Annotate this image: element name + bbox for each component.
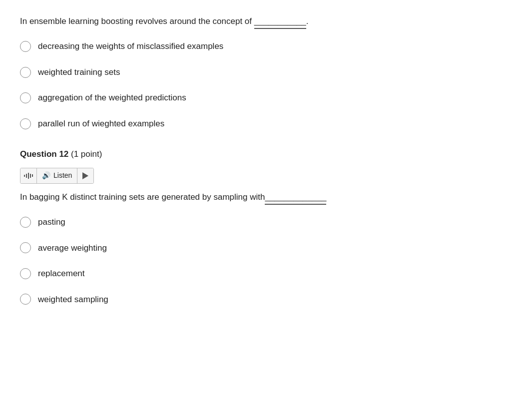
question-11-prompt: In ensemble learning boosting revolves a… [20, 16, 254, 26]
list-item[interactable]: replacement [20, 267, 509, 280]
listen-bar[interactable]: 🔊 Listen [20, 168, 94, 184]
line-4 [30, 174, 31, 178]
question-12-points: (1 point) [68, 149, 102, 159]
list-item[interactable]: pasting [20, 216, 509, 229]
line-3 [28, 173, 29, 179]
play-triangle-icon [82, 172, 88, 179]
option-label: weighted training sets [38, 66, 120, 79]
lines-icon [20, 168, 37, 183]
question-12-prompt: In bagging K distinct training sets are … [20, 192, 265, 202]
list-item[interactable]: decreasing the weights of misclassified … [20, 40, 509, 53]
option-label: decreasing the weights of misclassified … [38, 40, 223, 53]
question-12-text: In bagging K distinct training sets are … [20, 191, 509, 205]
question-12-options: pasting average weighting replacement we… [20, 216, 509, 306]
question-11-options: decreasing the weights of misclassified … [20, 40, 509, 130]
option-label: weighted sampling [38, 293, 108, 306]
option-label: replacement [38, 267, 85, 280]
radio-button[interactable] [20, 242, 31, 253]
line-1 [24, 175, 25, 177]
question-11-block: In ensemble learning boosting revolves a… [20, 15, 509, 130]
question-11-blank: ___________ [254, 15, 306, 29]
question-12-header: Question 12 (1 point) [20, 148, 509, 161]
line-2 [26, 174, 27, 178]
line-5 [32, 174, 33, 177]
option-label: pasting [38, 216, 65, 229]
list-item[interactable]: average weighting [20, 242, 509, 255]
listen-button[interactable]: 🔊 Listen [37, 168, 77, 183]
radio-button[interactable] [20, 268, 31, 279]
question-11-text: In ensemble learning boosting revolves a… [20, 15, 509, 29]
listen-label: Listen [53, 170, 72, 181]
list-item[interactable]: aggregation of the weighted predictions [20, 91, 509, 104]
speaker-icon: 🔊 [42, 170, 50, 181]
radio-button[interactable] [20, 92, 31, 103]
question-12-block: Question 12 (1 point) 🔊 Listen In baggin… [20, 148, 509, 306]
option-label: aggregation of the weighted predictions [38, 91, 186, 104]
radio-button[interactable] [20, 217, 31, 228]
play-button[interactable] [77, 168, 93, 183]
list-item[interactable]: weighted sampling [20, 293, 509, 306]
radio-button[interactable] [20, 41, 31, 52]
question-12-blank: _____________ [265, 191, 326, 205]
option-label: parallel run of wieghted examples [38, 117, 164, 130]
option-label: average weighting [38, 242, 107, 255]
radio-button[interactable] [20, 294, 31, 305]
list-item[interactable]: weighted training sets [20, 66, 509, 79]
list-item[interactable]: parallel run of wieghted examples [20, 117, 509, 130]
radio-button[interactable] [20, 67, 31, 78]
question-12-title: Question 12 [20, 149, 68, 159]
radio-button[interactable] [20, 118, 31, 129]
